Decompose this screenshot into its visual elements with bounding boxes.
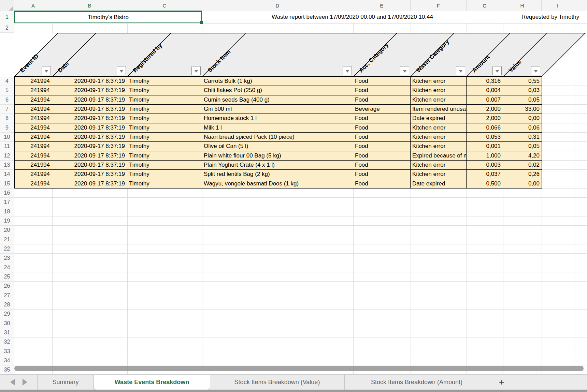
horizontal-scrollbar[interactable] xyxy=(14,366,584,371)
cell-date[interactable]: 2020-09-17 8:37:19 xyxy=(52,95,127,105)
cell-registered-by[interactable]: Timothy xyxy=(127,179,202,189)
column-header-f[interactable]: F xyxy=(411,0,467,11)
row-header[interactable]: 25 xyxy=(0,272,14,282)
cell-event-id[interactable]: 241994 xyxy=(15,77,52,86)
cell-date[interactable]: 2020-09-17 8:37:19 xyxy=(52,86,127,95)
cell-stock-item[interactable]: Cumin seeds Bag (400 g) xyxy=(202,95,353,105)
cell-stock-item[interactable]: Chili flakes Pot (250 g) xyxy=(202,86,353,95)
cell-event-id[interactable]: 241994 xyxy=(15,142,52,151)
cell-value[interactable]: 0,55 xyxy=(503,77,542,86)
cell-value[interactable]: 33,00 xyxy=(503,105,542,114)
column-header-c[interactable]: C xyxy=(127,0,202,11)
row-header[interactable]: 31 xyxy=(0,328,14,337)
cell-amount[interactable]: 0,003 xyxy=(467,161,503,170)
cell-registered-by[interactable]: Timothy xyxy=(127,170,202,179)
cell-value[interactable]: 0,03 xyxy=(503,86,542,95)
cell-amount[interactable]: 0,053 xyxy=(467,133,503,142)
cell-waste-category[interactable]: Kitchen error xyxy=(411,142,467,151)
cell-registered-by[interactable]: Timothy xyxy=(127,123,202,133)
row-header[interactable]: 24 xyxy=(0,263,14,272)
cell-event-id[interactable]: 241994 xyxy=(15,86,52,95)
cell-acc-category[interactable]: Food xyxy=(353,114,411,123)
cell-registered-by[interactable]: Timothy xyxy=(127,114,202,123)
cell-value[interactable]: 0,31 xyxy=(503,133,542,142)
tab-scroll-right-icon[interactable] xyxy=(23,379,27,386)
cell-acc-category[interactable]: Food xyxy=(353,179,411,189)
column-header-i[interactable]: I xyxy=(542,0,574,11)
row-header[interactable]: 8 xyxy=(0,114,14,123)
column-header-a[interactable]: A xyxy=(14,0,52,11)
column-header-partial[interactable] xyxy=(574,0,587,11)
cell-amount[interactable]: 2,000 xyxy=(467,114,503,123)
cell-date[interactable]: 2020-09-17 8:37:19 xyxy=(52,133,127,142)
cell-registered-by[interactable]: Timothy xyxy=(127,105,202,114)
select-all-corner[interactable] xyxy=(0,0,14,11)
cell-amount[interactable]: 2,000 xyxy=(467,105,503,114)
cell-event-id[interactable]: 241994 xyxy=(15,161,52,170)
cell-amount[interactable]: 1,000 xyxy=(467,151,503,161)
column-header-e[interactable]: E xyxy=(353,0,411,11)
cell-acc-category[interactable]: Food xyxy=(353,161,411,170)
row-header[interactable]: 9 xyxy=(0,123,14,133)
cell-acc-category[interactable]: Food xyxy=(353,95,411,105)
requested-by-cell[interactable]: Requested by Timothy xyxy=(503,11,587,23)
row-header[interactable]: 15 xyxy=(0,179,14,189)
row-header[interactable]: 32 xyxy=(0,337,14,347)
cell-value[interactable]: 0,26 xyxy=(503,170,542,179)
cell-waste-category[interactable]: Date expired xyxy=(411,114,467,123)
cell-waste-category[interactable]: Item rendered unusable xyxy=(411,105,467,114)
cell-waste-category[interactable]: Kitchen error xyxy=(411,86,467,95)
row-header[interactable]: 12 xyxy=(0,151,14,161)
cell-stock-item[interactable]: Split red lentils Bag (2 kg) xyxy=(202,170,353,179)
cell-acc-category[interactable]: Beverage xyxy=(353,105,411,114)
column-header-d[interactable]: D xyxy=(202,0,353,11)
report-range-cell[interactable]: Waste report between 17/09/2020 00:00 an… xyxy=(202,11,503,23)
row-header[interactable]: 28 xyxy=(0,300,14,310)
row-header[interactable]: 14 xyxy=(0,170,14,179)
row-header[interactable]: 20 xyxy=(0,226,14,235)
cell-stock-item[interactable]: Gin 500 ml xyxy=(202,105,353,114)
cell-amount[interactable]: 0,316 xyxy=(467,77,503,86)
cell-date[interactable]: 2020-09-17 8:37:19 xyxy=(52,142,127,151)
cell-event-id[interactable]: 241994 xyxy=(15,95,52,105)
column-header-g[interactable]: G xyxy=(467,0,503,11)
cell-registered-by[interactable]: Timothy xyxy=(127,86,202,95)
cell-event-id[interactable]: 241994 xyxy=(15,179,52,189)
filter-button-value[interactable] xyxy=(531,66,540,75)
cell-stock-item[interactable]: Carrots Bulk (1 kg) xyxy=(202,77,353,86)
cell-date[interactable]: 2020-09-17 8:37:19 xyxy=(52,114,127,123)
row-header[interactable]: 29 xyxy=(0,310,14,319)
filter-button-amount[interactable] xyxy=(492,66,502,75)
column-header-h[interactable]: H xyxy=(503,0,542,11)
row-header[interactable]: 26 xyxy=(0,282,14,291)
selected-title-cell[interactable]: Timothy's Bistro xyxy=(14,11,202,23)
cell-event-id[interactable]: 241994 xyxy=(15,151,52,161)
cell-date[interactable]: 2020-09-17 8:37:19 xyxy=(52,123,127,133)
row-header[interactable]: 16 xyxy=(0,189,14,198)
cell-event-id[interactable]: 241994 xyxy=(15,133,52,142)
row-header[interactable]: 23 xyxy=(0,254,14,263)
cell-stock-item[interactable]: Olive oil Can (5 l) xyxy=(202,142,353,151)
column-header-b[interactable]: B xyxy=(52,0,127,11)
cell-value[interactable]: 0,00 xyxy=(503,114,542,123)
cell-waste-category[interactable]: Expired because of m xyxy=(411,151,467,161)
cell-value[interactable]: 4,20 xyxy=(503,151,542,161)
cell-acc-category[interactable]: Food xyxy=(353,77,411,86)
cell-stock-item[interactable]: Plain Yoghurt Crate (4 x 1 l) xyxy=(202,161,353,170)
cell-date[interactable]: 2020-09-17 8:37:19 xyxy=(52,179,127,189)
filter-button-date[interactable] xyxy=(117,66,126,75)
cell-amount[interactable]: 0,500 xyxy=(467,179,503,189)
cell-waste-category[interactable]: Date expired xyxy=(411,179,467,189)
cell-waste-category[interactable]: Kitchen error xyxy=(411,170,467,179)
cell-date[interactable]: 2020-09-17 8:37:19 xyxy=(52,151,127,161)
tab-stock-items-breakdown-amount[interactable]: Stock Items Breakdown (Amount) xyxy=(345,375,489,390)
cell-event-id[interactable]: 241994 xyxy=(15,170,52,179)
row-header[interactable]: 7 xyxy=(0,105,14,114)
cell-date[interactable]: 2020-09-17 8:37:19 xyxy=(52,105,127,114)
filter-button-registered-by[interactable] xyxy=(191,66,201,75)
cell-waste-category[interactable]: Kitchen error xyxy=(411,133,467,142)
row-header[interactable]: 35 xyxy=(0,365,14,375)
cell-stock-item[interactable]: Milk 1 l xyxy=(202,123,353,133)
filter-button-stock-item[interactable] xyxy=(343,66,352,75)
cell-acc-category[interactable]: Food xyxy=(353,86,411,95)
